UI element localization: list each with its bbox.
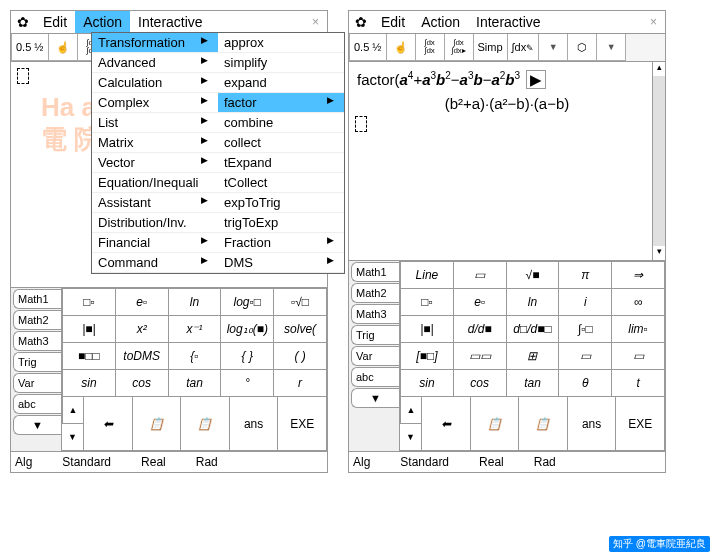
- nav-down[interactable]: ▼: [400, 424, 422, 451]
- keypad-key[interactable]: toDMS: [116, 343, 169, 370]
- dd-calculation[interactable]: Calculation▶: [92, 73, 218, 93]
- keypad-key[interactable]: x⁻¹: [169, 316, 222, 343]
- integral-btn2[interactable]: ∫dx∫dx▸: [445, 34, 474, 61]
- nav-key[interactable]: 📋: [181, 397, 230, 451]
- keypad-key[interactable]: [■□]: [400, 343, 454, 370]
- dropdown-arrow2[interactable]: ▼: [597, 34, 626, 61]
- tab-math2[interactable]: Math2: [13, 310, 61, 330]
- keypad-key[interactable]: ∫▫□: [559, 316, 612, 343]
- dd-list[interactable]: List▶: [92, 113, 218, 133]
- keypad-key[interactable]: d/d■: [454, 316, 507, 343]
- tab-abc[interactable]: abc: [351, 367, 399, 387]
- keypad-key[interactable]: log₁₀(■): [221, 316, 274, 343]
- keypad-key[interactable]: i: [559, 289, 612, 316]
- tab-math3[interactable]: Math3: [13, 331, 61, 351]
- keypad-key[interactable]: °: [221, 370, 274, 397]
- keypad-key[interactable]: ⊞: [507, 343, 560, 370]
- nav-key[interactable]: EXE: [616, 397, 665, 451]
- keypad-key[interactable]: ⇒: [612, 261, 665, 289]
- menu-edit[interactable]: Edit: [35, 11, 75, 33]
- status-real[interactable]: Real: [479, 455, 504, 469]
- scroll-down-icon[interactable]: ▾: [653, 246, 665, 260]
- keypad-key[interactable]: |■|: [400, 316, 454, 343]
- dd-fraction[interactable]: Fraction▶: [218, 233, 344, 253]
- close-icon[interactable]: ×: [304, 13, 327, 31]
- keypad-key[interactable]: e▫: [116, 288, 169, 316]
- nav-down[interactable]: ▼: [62, 424, 84, 451]
- dd-command[interactable]: Command▶: [92, 253, 218, 273]
- nav-up[interactable]: ▲: [62, 397, 84, 424]
- keypad-key[interactable]: π: [559, 261, 612, 289]
- tab-math1[interactable]: Math1: [13, 289, 61, 309]
- status-standard[interactable]: Standard: [62, 455, 111, 469]
- nav-key[interactable]: 📋: [471, 397, 520, 451]
- tab-math3[interactable]: Math3: [351, 304, 399, 324]
- keypad-key[interactable]: Line: [400, 261, 454, 289]
- keypad-key[interactable]: cos: [454, 370, 507, 397]
- dd-exptotrig[interactable]: expToTrig: [218, 193, 344, 213]
- tab-var[interactable]: Var: [351, 346, 399, 366]
- menu-action[interactable]: Action: [75, 11, 130, 33]
- dd-texpand[interactable]: tExpand: [218, 153, 344, 173]
- status-alg[interactable]: Alg: [15, 455, 32, 469]
- status-alg[interactable]: Alg: [353, 455, 370, 469]
- keypad-key[interactable]: ▭▭: [454, 343, 507, 370]
- dd-financial[interactable]: Financial▶: [92, 233, 218, 253]
- dropdown-arrow[interactable]: ▼: [539, 34, 568, 61]
- menu-interactive[interactable]: Interactive: [468, 11, 549, 33]
- scrollbar[interactable]: ▴ ▾: [652, 62, 665, 260]
- keypad-key[interactable]: |■|: [62, 316, 116, 343]
- menu-interactive[interactable]: Interactive: [130, 11, 211, 33]
- tab-trig[interactable]: Trig: [13, 352, 61, 372]
- hand-tool[interactable]: ☝: [387, 34, 416, 61]
- dd-tcollect[interactable]: tCollect: [218, 173, 344, 193]
- keypad-key[interactable]: ▭: [612, 343, 665, 370]
- work-area[interactable]: ▴ ▾ factor(a4+a3b2−a3b−a2b3 ▶ (b²+a)·(a²…: [349, 62, 665, 261]
- tab-math1[interactable]: Math1: [351, 262, 399, 282]
- tab-math2[interactable]: Math2: [351, 283, 399, 303]
- tab-var[interactable]: Var: [13, 373, 61, 393]
- keypad-key[interactable]: ■□□: [62, 343, 116, 370]
- keypad-key[interactable]: θ: [559, 370, 612, 397]
- keypad-key[interactable]: ln: [507, 289, 560, 316]
- nav-up[interactable]: ▲: [400, 397, 422, 424]
- keypad-key[interactable]: ▭: [454, 261, 507, 289]
- dd-factor[interactable]: factor▶: [218, 93, 344, 113]
- keypad-key[interactable]: tan: [507, 370, 560, 397]
- nav-key[interactable]: 📋: [133, 397, 182, 451]
- keypad-key[interactable]: ▫√□: [274, 288, 327, 316]
- settings-icon[interactable]: ✿: [349, 12, 373, 32]
- dd-dms[interactable]: DMS▶: [218, 253, 344, 273]
- simp-btn[interactable]: Simp: [474, 34, 508, 61]
- tab-trig[interactable]: Trig: [351, 325, 399, 345]
- settings-icon[interactable]: ✿: [11, 12, 35, 32]
- keypad-key[interactable]: tan: [169, 370, 222, 397]
- dd-transformation[interactable]: Transformation▶: [92, 33, 218, 53]
- keypad-key[interactable]: r: [274, 370, 327, 397]
- keypad-key[interactable]: t: [612, 370, 665, 397]
- dd-vector[interactable]: Vector▶: [92, 153, 218, 173]
- dd-distribution[interactable]: Distribution/Inv.: [92, 213, 218, 233]
- dd-simplify[interactable]: simplify: [218, 53, 344, 73]
- dd-approx[interactable]: approx: [218, 33, 344, 53]
- hand-tool[interactable]: ☝: [49, 34, 78, 61]
- frac-toggle[interactable]: 0.5 ½: [11, 34, 49, 61]
- status-rad[interactable]: Rad: [534, 455, 556, 469]
- dd-complex[interactable]: Complex▶: [92, 93, 218, 113]
- keypad-key[interactable]: x²: [116, 316, 169, 343]
- keypad-key[interactable]: sin: [400, 370, 454, 397]
- menu-edit[interactable]: Edit: [373, 11, 413, 33]
- menu-action[interactable]: Action: [413, 11, 468, 33]
- dd-combine[interactable]: combine: [218, 113, 344, 133]
- dd-assistant[interactable]: Assistant▶: [92, 193, 218, 213]
- keypad-key[interactable]: {▫: [169, 343, 222, 370]
- keypad-key[interactable]: √■: [507, 261, 560, 289]
- keypad-key[interactable]: sin: [62, 370, 116, 397]
- tab-down[interactable]: ▼: [13, 415, 61, 435]
- keypad-key[interactable]: solve(: [274, 316, 327, 343]
- keypad-key[interactable]: □▫: [62, 288, 116, 316]
- status-real[interactable]: Real: [141, 455, 166, 469]
- status-standard[interactable]: Standard: [400, 455, 449, 469]
- keypad-key[interactable]: ( ): [274, 343, 327, 370]
- status-rad[interactable]: Rad: [196, 455, 218, 469]
